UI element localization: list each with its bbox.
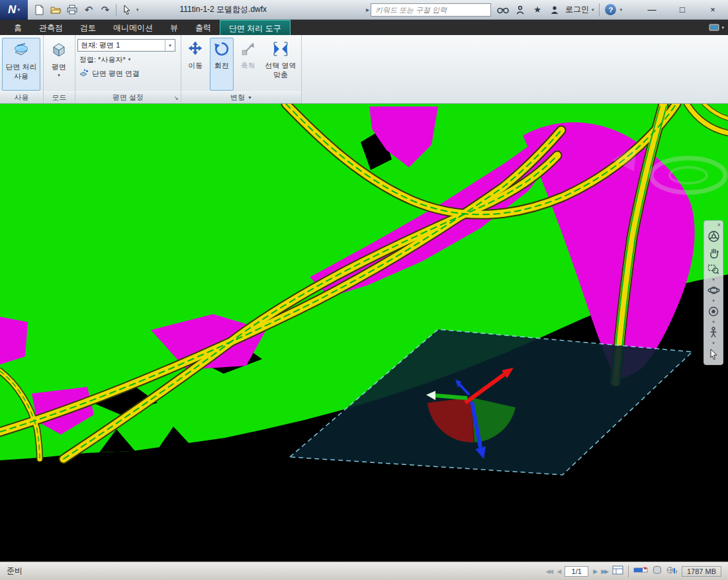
search-toggle-icon[interactable]: ▸: [366, 6, 369, 13]
help-icon[interactable]: ?: [605, 4, 616, 15]
window-controls: — □ ×: [637, 0, 728, 20]
ribbon-empty-area: [302, 35, 728, 103]
chevron-down-icon: ▾: [128, 57, 131, 62]
tab-viewpoint[interactable]: 관측점: [30, 20, 71, 35]
chevron-down-icon[interactable]: ▾: [619, 7, 622, 13]
application-menu-button[interactable]: N ▾: [0, 0, 28, 20]
plane-settings-label-text: 평면 설정: [113, 93, 144, 103]
chevron-down-icon[interactable]: ▾: [592, 7, 594, 13]
chevron-down-icon: ▾: [165, 40, 175, 51]
tab-view[interactable]: 뷰: [161, 20, 187, 35]
chevron-down-icon[interactable]: ▼: [248, 95, 252, 100]
chevron-down-icon[interactable]: ▾: [136, 7, 139, 13]
link-planes-label: 단면 평면 연결: [92, 69, 140, 79]
alignment-value: 정렬: *사용자*: [79, 55, 126, 65]
scale-icon: [240, 41, 256, 60]
tab-output[interactable]: 출력: [187, 20, 220, 35]
viewport[interactable]: × ▾ ▾ ▾ ▾: [0, 104, 728, 561]
steering-wheel-icon[interactable]: [705, 228, 721, 244]
transform-label-text: 변형: [230, 93, 245, 103]
memory-usage-label: 1787 MB: [682, 566, 721, 577]
minimize-button[interactable]: —: [637, 0, 667, 20]
close-button[interactable]: ×: [698, 0, 728, 20]
move-button[interactable]: 이동: [183, 38, 208, 91]
ribbon: 단면 처리 사용 사용 평면 ▾ 모드 현재: 평면: [0, 35, 728, 104]
last-sheet-button[interactable]: ▶▶: [601, 568, 608, 575]
zoom-window-icon[interactable]: [705, 261, 721, 277]
scale-button: 축척: [236, 38, 260, 91]
panel-label-mode: 모드: [44, 91, 75, 103]
web-download-icon: [666, 566, 677, 577]
link-section-planes-button[interactable]: 단면 평면 연결: [77, 67, 140, 79]
move-label: 이동: [188, 62, 203, 71]
statusbar: 준비 ◀◀ ◀ 1/1 ▶ ▶▶ 1787 MB: [0, 561, 728, 580]
panel-transform: 이동 회전 축척 선택: [181, 35, 302, 103]
panel-label-plane-settings: 평면 설정 ↘: [75, 91, 181, 103]
login-button[interactable]: 로그인: [565, 4, 589, 15]
alignment-dropdown[interactable]: 정렬: *사용자* ▾: [77, 54, 130, 65]
tab-review[interactable]: 검토: [71, 20, 105, 35]
chevron-down-icon[interactable]: ▾: [712, 341, 715, 345]
panel-label-enable: 사용: [0, 91, 43, 103]
app-logo: N: [8, 3, 16, 17]
rotate-button[interactable]: 회전: [210, 38, 234, 91]
enable-sectioning-button[interactable]: 단면 처리 사용: [2, 38, 40, 91]
open-folder-icon[interactable]: [48, 3, 63, 17]
move-icon: [187, 41, 203, 60]
chevron-down-icon[interactable]: ▾: [712, 299, 715, 303]
pan-hand-icon[interactable]: [705, 245, 721, 261]
navigation-bar[interactable]: × ▾ ▾ ▾ ▾: [704, 220, 723, 365]
walk-icon[interactable]: [705, 325, 721, 341]
account-user-icon[interactable]: [548, 3, 561, 17]
scale-label: 축척: [241, 62, 255, 71]
previous-sheet-button[interactable]: ◀: [557, 568, 560, 575]
redraw-progress-icon: [633, 566, 648, 576]
select-tool-icon[interactable]: [120, 3, 134, 17]
next-sheet-button[interactable]: ▶: [593, 568, 596, 575]
search-input[interactable]: [371, 3, 491, 17]
new-file-icon[interactable]: [32, 3, 46, 17]
plane-mode-button[interactable]: 평면 ▾: [46, 38, 72, 91]
plane-mode-label: 평면: [52, 63, 66, 72]
tab-sectioning-tools[interactable]: 단면 처리 도구: [220, 20, 291, 35]
current-plane-dropdown[interactable]: 현재: 평면 1 ▾: [77, 39, 175, 52]
tab-animation[interactable]: 애니메이션: [105, 20, 161, 35]
fit-selection-button[interactable]: 선택 영역 맞춤: [262, 38, 299, 91]
select-arrow-icon[interactable]: [705, 346, 721, 362]
fit-selection-label: 선택 영역 맞춤: [264, 62, 297, 80]
redo-icon[interactable]: ↷: [98, 3, 113, 17]
panel-enable: 단면 처리 사용 사용: [0, 35, 44, 103]
ribbon-options-icon[interactable]: ▾: [709, 20, 724, 35]
infocenter-icons: ★: [496, 3, 561, 17]
communication-center-icon[interactable]: [514, 3, 527, 17]
binoculars-icon[interactable]: [496, 3, 510, 17]
enable-sectioning-label: 단면 처리 사용: [4, 63, 38, 81]
navbar-close-icon[interactable]: ×: [717, 222, 721, 228]
section-plane-icon: [13, 41, 30, 61]
sheet-browser-icon[interactable]: [612, 565, 623, 577]
panel-mode: 평면 ▾ 모드: [44, 35, 75, 103]
panel-plane-settings: 현재: 평면 1 ▾ 정렬: *사용자* ▾ 단면 평면 연결 평면 설정 ↘: [75, 35, 181, 103]
undo-icon[interactable]: ↶: [81, 3, 96, 17]
look-around-icon[interactable]: [705, 304, 721, 319]
chevron-down-icon: ▾: [58, 73, 60, 79]
orbit-icon[interactable]: [705, 282, 721, 298]
favorites-star-icon[interactable]: ★: [531, 3, 544, 17]
chevron-down-icon[interactable]: ▾: [712, 278, 715, 282]
dialog-launcher-icon[interactable]: ↘: [173, 95, 179, 101]
disk-usage-icon: [653, 565, 662, 577]
panel-label-transform: 변형 ▼: [181, 91, 301, 103]
first-sheet-button[interactable]: ◀◀: [545, 568, 552, 575]
chevron-down-icon: ▾: [17, 7, 20, 13]
current-plane-value: 현재: 평면 1: [81, 40, 120, 50]
navisworks-window: N ▾ ↶ ↷ ▾ 111tin-1-2 모델합성.dwfx ▸: [0, 0, 728, 580]
quick-access-toolbar: ↶ ↷ ▾: [32, 3, 144, 17]
maximize-button[interactable]: □: [667, 0, 698, 20]
chevron-down-icon[interactable]: ▾: [712, 320, 715, 324]
sheet-page-indicator[interactable]: 1/1: [565, 566, 588, 577]
ribbon-tab-bar: 홈 관측점 검토 애니메이션 뷰 출력 단면 처리 도구 ▾: [0, 20, 728, 35]
print-icon[interactable]: [65, 3, 79, 17]
statusbar-separator: [628, 565, 629, 577]
tab-home[interactable]: 홈: [5, 20, 30, 35]
titlebar-separator: [599, 3, 600, 17]
